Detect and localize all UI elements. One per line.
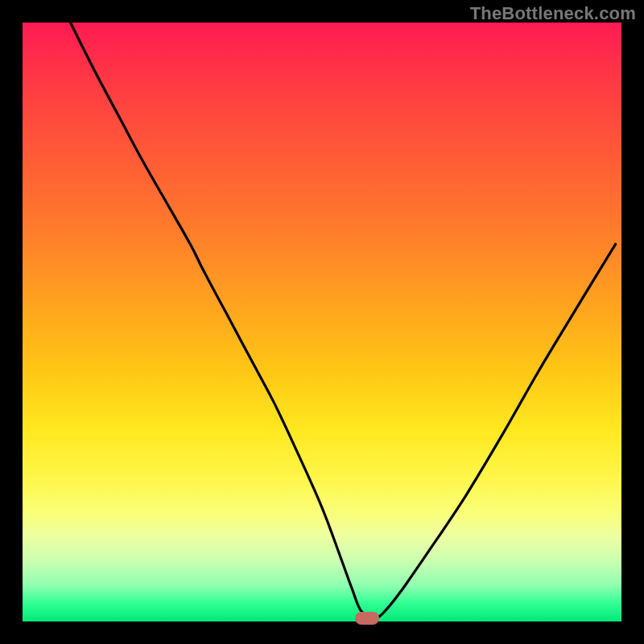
plot-area [23,23,621,621]
chart-frame: TheBottleneck.com [0,0,644,644]
bottleneck-curve [23,23,621,621]
watermark-text: TheBottleneck.com [470,3,636,24]
bottleneck-marker [355,612,379,625]
